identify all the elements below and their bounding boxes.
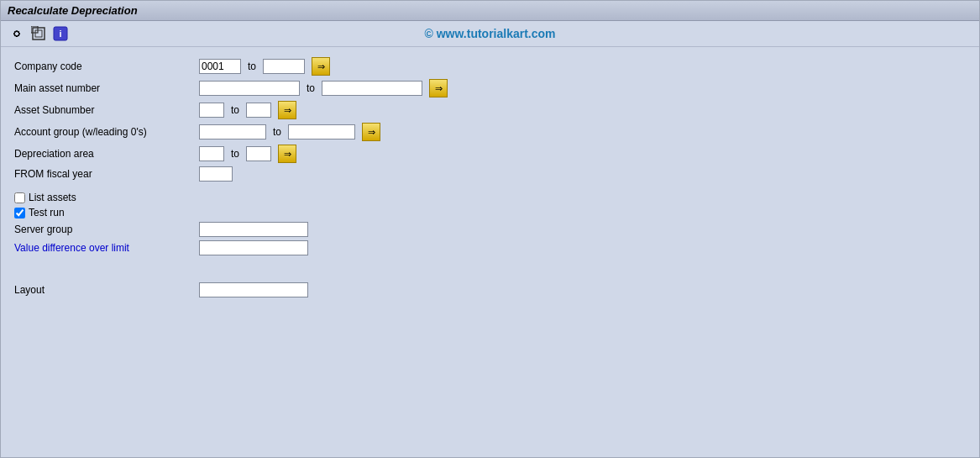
account-group-arrow-btn[interactable]: ⇒ [362,123,380,141]
list-assets-label[interactable]: List assets [29,192,76,203]
asset-subnumber-input[interactable] [199,103,224,118]
depreciation-area-arrow-btn[interactable]: ⇒ [278,145,296,163]
asset-subnumber-label: Asset Subnumber [14,104,199,116]
company-code-label: Company code [14,61,199,72]
svg-text:i: i [59,29,61,39]
watermark: © www.tutorialkart.com [424,27,555,40]
account-group-input[interactable] [199,124,266,140]
title-bar: Recalculate Depreciation [1,1,979,21]
toolbar-icon-info[interactable]: i [51,24,70,43]
window-title: Recalculate Depreciation [8,4,138,17]
toolbar-icon-1[interactable]: ⭘ [8,24,26,43]
fiscal-year-row: FROM fiscal year [14,166,966,182]
asset-subnumber-to-input[interactable] [246,103,271,118]
test-run-checkbox[interactable] [14,208,25,218]
svg-rect-2 [31,26,38,33]
fiscal-year-input[interactable] [199,166,233,182]
test-run-label[interactable]: Test run [29,207,65,218]
depreciation-area-label: Depreciation area [14,148,199,160]
to-label-3: to [231,104,239,116]
value-diff-label: Value difference over limit [14,242,199,254]
asset-subnumber-row: Asset Subnumber to ⇒ [14,101,966,119]
to-label-4: to [273,126,281,138]
fiscal-year-label: FROM fiscal year [14,168,199,180]
company-code-input[interactable] [199,59,241,74]
depreciation-area-to-input[interactable] [246,146,271,161]
to-label-2: to [307,82,315,94]
layout-input[interactable] [199,282,308,297]
layout-label: Layout [14,284,199,296]
depreciation-area-input[interactable] [199,146,224,161]
main-asset-to-input[interactable] [322,81,422,96]
depreciation-area-row: Depreciation area to ⇒ [14,145,966,163]
main-asset-input[interactable] [199,81,300,96]
server-group-input[interactable] [199,222,308,237]
layout-row: Layout [14,282,966,297]
account-group-row: Account group (w/leading 0's) to ⇒ [14,123,966,141]
list-assets-row: List assets [14,192,966,203]
form-content: Company code to ⇒ Main asset number to ⇒… [1,47,979,308]
test-run-row: Test run [14,207,966,218]
main-window: Recalculate Depreciation ⭘ i © www.tutor… [0,0,980,458]
main-asset-row: Main asset number to ⇒ [14,79,966,97]
toolbar: ⭘ i © www.tutorialkart.com [1,21,979,47]
account-group-label: Account group (w/leading 0's) [14,126,199,138]
svg-rect-0 [33,28,45,39]
server-group-label: Server group [14,224,199,235]
value-diff-row: Value difference over limit [14,240,966,255]
to-label-5: to [231,148,239,160]
asset-subnumber-arrow-btn[interactable]: ⇒ [278,101,296,119]
value-diff-input[interactable] [199,240,308,255]
toolbar-icon-2[interactable] [29,24,48,43]
company-code-arrow-btn[interactable]: ⇒ [312,57,330,76]
account-group-to-input[interactable] [288,124,355,140]
svg-rect-1 [35,30,42,37]
company-code-row: Company code to ⇒ [14,57,966,76]
main-asset-arrow-btn[interactable]: ⇒ [429,79,448,97]
to-label-1: to [248,61,256,72]
list-assets-checkbox[interactable] [14,192,25,203]
company-code-to-input[interactable] [263,59,305,74]
main-asset-label: Main asset number [14,82,199,94]
server-group-row: Server group [14,222,966,237]
